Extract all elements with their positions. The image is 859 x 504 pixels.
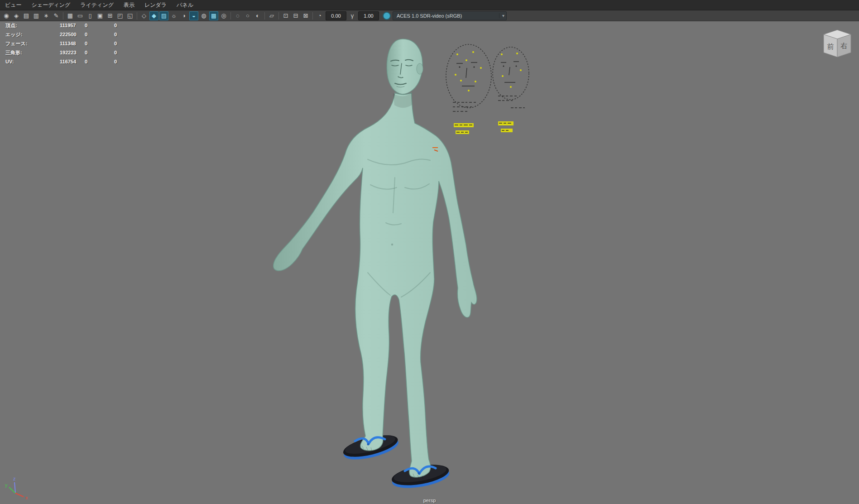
face-wireframe-chart-1 <box>446 44 491 134</box>
hud-label: フェース: <box>5 41 60 47</box>
view-cube-front-label: 前 <box>827 43 834 50</box>
resolution-gate-icon[interactable]: ▯ <box>86 11 95 20</box>
axis-y-label: y <box>5 482 8 488</box>
toolbar-separator <box>278 12 279 19</box>
wireframe-icon[interactable]: ◇ <box>139 11 149 20</box>
toolbar-separator <box>312 12 313 19</box>
paste-buffer-icon[interactable]: ⊠ <box>301 11 310 20</box>
camera-name-label: persp <box>0 498 859 503</box>
chevron-down-icon: ▾ <box>499 13 504 18</box>
hud-label: 三角形: <box>5 50 60 56</box>
camera-bookmarks-icon[interactable]: ▥ <box>32 11 41 20</box>
view-cube-right-label: 右 <box>840 42 848 49</box>
view-cube[interactable]: 前 右 <box>814 26 857 64</box>
hud-col1: 0 <box>85 41 114 47</box>
menu-lighting[interactable]: ライティング <box>75 0 119 10</box>
menu-panels[interactable]: パネル <box>172 0 198 10</box>
toolbar-separator <box>264 12 265 19</box>
pan-zoom-icon[interactable]: ∗ <box>42 11 51 20</box>
safe-title-icon[interactable]: ◱ <box>125 11 134 20</box>
toolbar-separator <box>230 12 231 19</box>
film-gate-icon[interactable]: ▭ <box>76 11 85 20</box>
menu-view[interactable]: ビュー <box>0 0 27 10</box>
axis-gizmo: z y x <box>4 475 35 500</box>
hud-label: UV: <box>5 59 60 65</box>
exposure-field[interactable] <box>326 11 346 20</box>
menu-shading[interactable]: シェーディング <box>27 0 76 10</box>
toolbar-separator <box>63 12 63 19</box>
shadows-icon[interactable]: ◑ <box>179 11 188 20</box>
poly-count-hud: 頂点: 111957 0 0 エッジ: 222500 0 0 フェース: 111… <box>5 23 141 65</box>
ssao-icon[interactable]: ◒ <box>189 11 198 20</box>
copy-buffer-icon[interactable]: ⊟ <box>291 11 300 20</box>
hud-total: 116754 <box>60 59 85 65</box>
hud-col1: 0 <box>85 50 114 56</box>
image-plane-icon[interactable]: ▤ <box>22 11 31 20</box>
hud-total: 222500 <box>60 32 85 38</box>
maya-viewport-window: ビュー シェーディング ライティング 表示 レンダラ パネル ◉◈▤▥∗✎▦▭▯… <box>0 0 859 504</box>
human-model[interactable] <box>274 39 477 479</box>
hud-total: 111348 <box>60 41 85 47</box>
hud-total: 111957 <box>60 23 85 29</box>
hud-label: 頂点: <box>5 23 60 29</box>
plane-icon[interactable]: ▱ <box>267 11 276 20</box>
hud-col2: 0 <box>114 32 141 38</box>
view-transform-dropdown[interactable]: ACES 1.0 SDR-video (sRGB) ▾ <box>393 11 507 20</box>
hud-col1: 0 <box>85 23 114 29</box>
viewport-canvas[interactable] <box>0 0 859 504</box>
hud-total: 192223 <box>60 50 85 56</box>
axis-z-label: z <box>13 476 16 481</box>
menu-show[interactable]: 表示 <box>119 0 139 10</box>
motion-blur-icon[interactable]: ◍ <box>199 11 208 20</box>
hud-label: エッジ: <box>5 32 60 38</box>
use-all-lights-icon[interactable]: ☼ <box>169 11 178 20</box>
model-head <box>387 39 423 94</box>
toolbar-separator <box>137 12 137 19</box>
snapshot-icon[interactable]: ⊡ <box>281 11 290 20</box>
textured-icon[interactable]: ▨ <box>159 11 168 20</box>
multisample-icon[interactable]: ▩ <box>209 11 218 20</box>
hud-col2: 0 <box>114 59 141 65</box>
hud-col2: 0 <box>114 50 141 56</box>
face-wireframe-chart-2 <box>493 47 529 132</box>
grid-icon[interactable]: ▦ <box>66 11 75 20</box>
gamma-icon[interactable]: γ <box>348 11 357 20</box>
lock-camera-icon[interactable]: ◈ <box>12 11 21 20</box>
exposure-icon[interactable]: ◔ <box>315 11 324 20</box>
gamma-field[interactable] <box>358 11 379 20</box>
menu-renderer[interactable]: レンダラ <box>139 0 172 10</box>
panel-toolbar: ◉◈▤▥∗✎▦▭▯▣⊞◰◱◇◆▨☼◑◒◍▩◎◌○◐▱⊡⊟⊠◔ γ ACES 1.… <box>0 10 859 21</box>
grease-pencil-icon[interactable]: ✎ <box>52 11 61 20</box>
xray-icon[interactable]: ○ <box>243 11 252 20</box>
panel-menubar: ビュー シェーディング ライティング 表示 レンダラ パネル <box>0 0 859 10</box>
hud-col2: 0 <box>114 41 141 47</box>
select-camera-icon[interactable]: ◉ <box>2 11 11 20</box>
isolate-select-icon[interactable]: ◌ <box>233 11 242 20</box>
hud-col1: 0 <box>85 59 114 65</box>
depth-of-field-icon[interactable]: ◎ <box>219 11 228 20</box>
xray-joints-icon[interactable]: ◐ <box>253 11 262 20</box>
hud-col1: 0 <box>85 32 114 38</box>
gate-mask-icon[interactable]: ▣ <box>96 11 105 20</box>
field-chart-icon[interactable]: ⊞ <box>106 11 115 20</box>
hud-col2: 0 <box>114 23 141 29</box>
color-management-icon[interactable] <box>383 12 391 20</box>
safe-action-icon[interactable]: ◰ <box>115 11 125 20</box>
view-transform-value: ACES 1.0 SDR-video (sRGB) <box>397 13 462 19</box>
shaded-icon[interactable]: ◆ <box>149 11 158 20</box>
